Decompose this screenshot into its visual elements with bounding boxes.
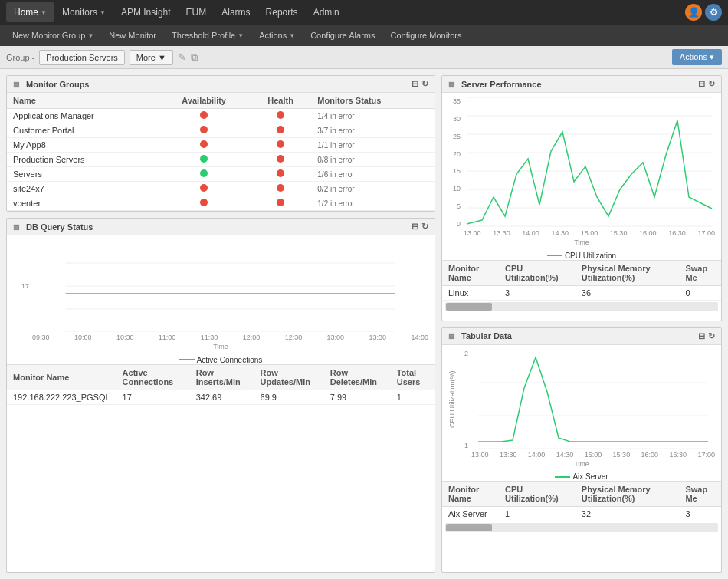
db-data-table: Monitor Name Active Connections Row Inse… (7, 364, 435, 405)
monitor-health (250, 109, 311, 123)
monitor-health (250, 196, 311, 211)
svg-rect-14 (478, 350, 708, 449)
monitor-health (250, 167, 311, 182)
refresh-icon[interactable]: ↻ (421, 79, 428, 89)
col-health: Health (250, 93, 311, 109)
td-svg-container (471, 350, 715, 449)
nav-admin[interactable]: Admin (306, 2, 347, 22)
top-navigation: Home ▼ Monitors ▼ APM Insight EUM Alarms… (0, 0, 728, 25)
grid-icon-sp: ▦ (448, 81, 455, 88)
monitor-status: 3/7 in error (311, 123, 435, 138)
td-col-cpu: CPU Utilization(%) (499, 482, 576, 507)
edit-icon[interactable]: ✎ (178, 51, 186, 63)
actions-button[interactable]: Actions ▾ (672, 49, 722, 65)
db-refresh-icon[interactable]: ↻ (421, 222, 428, 232)
monitor-group-row[interactable]: Customer Portal 3/7 in error (7, 123, 435, 138)
sp-x-axis-title: Time (448, 239, 715, 246)
sp-minimize-icon[interactable]: ⊟ (698, 79, 705, 89)
monitor-health (250, 123, 311, 138)
left-panel: ▦ Monitor Groups ⊟ ↻ Name Availability H… (6, 75, 435, 573)
db-col-users: Total Users (391, 365, 435, 390)
subnav-actions[interactable]: Actions ▼ (253, 28, 301, 43)
monitor-health (250, 153, 311, 167)
td-minimize-icon[interactable]: ⊟ (698, 331, 705, 341)
td-x-axis-title: Time (448, 460, 715, 468)
td-col-name: Monitor Name (442, 482, 499, 507)
main-content: ▦ Monitor Groups ⊟ ↻ Name Availability H… (0, 69, 728, 579)
user-icon[interactable]: 👤 (685, 4, 702, 21)
db-chart-wrapper: 17 (13, 240, 428, 332)
monitor-status: 1/1 in error (311, 138, 435, 153)
td-swap: 3 (679, 507, 721, 521)
db-query-header: ▦ DB Query Status ⊟ ↻ (7, 219, 435, 235)
td-stats-table: Monitor Name CPU Utilization(%) Physical… (442, 482, 721, 521)
monitor-group-row[interactable]: vcenter 1/2 in error (7, 196, 435, 211)
sp-col-swap: Swap Me (679, 261, 721, 286)
monitor-availability (158, 123, 249, 138)
subnav-new-monitor-group[interactable]: New Monitor Group ▼ (6, 28, 100, 43)
monitor-name: My App8 (7, 138, 158, 153)
monitor-name: Servers (7, 167, 158, 182)
nav-eum[interactable]: EUM (179, 2, 215, 22)
subnav-configure-alarms[interactable]: Configure Alarms (304, 28, 381, 43)
nav-home[interactable]: Home ▼ (6, 2, 54, 22)
grid-icon: ▦ (13, 81, 20, 88)
more-button[interactable]: More ▼ (130, 50, 173, 65)
monitor-availability (158, 138, 249, 153)
subnav-configure-monitors[interactable]: Configure Monitors (385, 28, 468, 43)
db-chart-svg (32, 240, 428, 332)
td-y-axis: 2 1 (459, 350, 471, 449)
nav-reports[interactable]: Reports (258, 2, 306, 22)
sp-refresh-icon[interactable]: ↻ (708, 79, 715, 89)
tabular-data-title: Tabular Data (461, 331, 512, 340)
sub-navigation: New Monitor Group ▼ New Monitor Threshol… (0, 25, 728, 46)
nav-apm[interactable]: APM Insight (113, 2, 179, 22)
monitor-name: Production Servers (7, 153, 158, 167)
monitor-group-row[interactable]: My App8 1/1 in error (7, 138, 435, 153)
sp-legend: CPU Utilization (448, 249, 715, 260)
server-performance-header: ▦ Server Performance ⊟ ↻ (442, 76, 721, 93)
monitor-group-row[interactable]: Applications Manager 1/4 in error (7, 109, 435, 123)
external-link-icon[interactable]: ⧉ (191, 51, 198, 64)
production-servers-breadcrumb[interactable]: Production Servers (39, 50, 125, 65)
db-stats-table: Monitor Name Active Connections Row Inse… (7, 365, 435, 405)
td-cpu: 1 (499, 507, 576, 521)
nav-monitors[interactable]: Monitors ▼ (54, 2, 113, 22)
db-col-deletes: Row Deletes/Min (324, 365, 391, 390)
td-col-swap: Swap Me (679, 482, 721, 507)
monitor-groups-panel: ▦ Monitor Groups ⊟ ↻ Name Availability H… (6, 75, 435, 212)
db-query-title: DB Query Status (26, 222, 93, 232)
settings-icon[interactable]: ⚙ (705, 4, 722, 21)
td-refresh-icon[interactable]: ↻ (708, 331, 715, 341)
monitor-groups-table-container: Name Availability Health Monitors Status… (7, 93, 435, 211)
td-row[interactable]: Aix Server 1 32 3 (442, 507, 721, 521)
monitor-availability (158, 153, 249, 167)
subnav-threshold[interactable]: Threshold Profile ▼ (166, 28, 250, 43)
right-panel: ▦ Server Performance ⊟ ↻ 35 30 25 20 15 … (441, 75, 722, 573)
monitor-group-row[interactable]: Servers 1/6 in error (7, 167, 435, 182)
db-x-axis-title: Time (13, 343, 428, 350)
db-minimize-icon[interactable]: ⊟ (412, 222, 418, 232)
subnav-new-monitor[interactable]: New Monitor (103, 28, 162, 43)
monitor-name: vcenter (7, 196, 158, 211)
sp-y-axis: 35 30 25 20 15 10 5 0 (448, 97, 464, 228)
breadcrumb: Group - (6, 53, 34, 62)
db-monitor-name: 192.168.222.223_PGSQL (7, 390, 116, 404)
nav-home-arrow: ▼ (41, 9, 47, 16)
db-col-active: Active Connections (116, 365, 190, 390)
td-scrollbar[interactable] (445, 523, 718, 532)
tabular-data-header: ▦ Tabular Data ⊟ ↻ (442, 328, 721, 345)
nav-alarms[interactable]: Alarms (214, 2, 257, 22)
col-availability: Availability (158, 93, 249, 109)
sp-row[interactable]: Linux 3 36 0 (442, 285, 721, 300)
server-performance-panel: ▦ Server Performance ⊟ ↻ 35 30 25 20 15 … (441, 75, 722, 321)
db-chart-svg-container (32, 240, 428, 332)
monitor-group-row[interactable]: site24x7 0/2 in error (7, 182, 435, 196)
monitor-group-row[interactable]: Production Servers 0/8 in error (7, 153, 435, 167)
db-query-row[interactable]: 192.168.222.223_PGSQL 17 342.69 69.9 7.9… (7, 390, 435, 404)
minimize-icon[interactable]: ⊟ (412, 79, 418, 89)
panel-controls: ⊟ ↻ (412, 79, 428, 89)
db-col-name: Monitor Name (7, 365, 116, 390)
td-chart-area: CPU Utilization(%) 2 1 (442, 345, 721, 482)
sp-scrollbar[interactable] (445, 302, 718, 311)
